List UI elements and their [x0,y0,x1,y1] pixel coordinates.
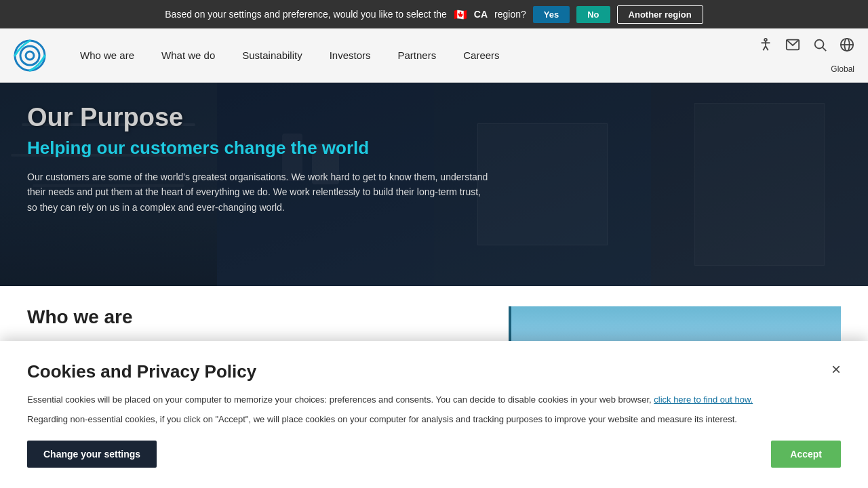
accessibility-icon[interactable] [758,37,773,52]
accept-button[interactable]: Accept [771,441,841,468]
header-icons: Global [758,37,854,74]
main-nav: Who we are What we do Sustainability Inv… [66,43,758,68]
nav-item-sustainability[interactable]: Sustainability [229,43,315,68]
cookie-title: Cookies and Privacy Policy [27,361,256,382]
hero-section: Our Purpose Helping our customers change… [0,83,868,286]
search-icon[interactable] [812,37,827,52]
svg-point-9 [815,39,824,48]
nav-item-investors[interactable]: Investors [316,43,384,68]
cookie-text-before-link: Essential cookies will be placed on your… [27,394,652,405]
global-label: Global [831,64,854,74]
company-logo[interactable] [14,39,46,72]
svg-line-7 [766,45,768,49]
cookie-text-2: Regarding non-essential cookies, if you … [27,413,841,427]
cookie-actions: Change your settings Accept [27,441,841,468]
svg-line-10 [823,47,826,51]
cookie-text: Essential cookies will be placed on your… [27,393,841,407]
globe-icon[interactable] [840,37,854,52]
svg-line-6 [763,45,766,49]
cookie-close-button[interactable]: × [831,361,841,378]
yes-button[interactable]: Yes [533,6,570,23]
svg-point-1 [20,46,39,65]
canada-flag-icon: 🇨🇦 [454,8,467,21]
nav-item-partners[interactable]: Partners [384,43,450,68]
cookie-modal: Cookies and Privacy Policy × Essential c… [0,341,868,488]
nav-item-who-we-are[interactable]: Who we are [66,43,148,68]
hero-subtitle: Helping our customers change the world [27,138,488,159]
contact-icon[interactable] [785,37,800,52]
no-button[interactable]: No [576,6,610,23]
another-region-button[interactable]: Another region [617,5,703,24]
nav-item-what-we-do[interactable]: What we do [148,43,229,68]
change-settings-button[interactable]: Change your settings [27,441,157,468]
banner-region-label: region? [494,9,526,20]
nav-item-careers[interactable]: Careers [450,43,513,68]
hero-description: Our customers are some of the world's gr… [27,169,488,215]
svg-point-3 [764,38,767,41]
header: Who we are What we do Sustainability Inv… [0,28,868,83]
cookie-header: Cookies and Privacy Policy × [27,361,841,382]
svg-point-2 [26,52,34,60]
who-we-are-title: Who we are [27,306,481,328]
region-code: CA [474,9,488,20]
cookie-find-out-link[interactable]: click here to find out how. [654,394,753,405]
hero-title: Our Purpose [27,103,488,132]
hero-content: Our Purpose Helping our customers change… [27,103,488,215]
top-banner: Based on your settings and preference, w… [0,0,868,28]
banner-message: Based on your settings and preference, w… [165,9,447,20]
